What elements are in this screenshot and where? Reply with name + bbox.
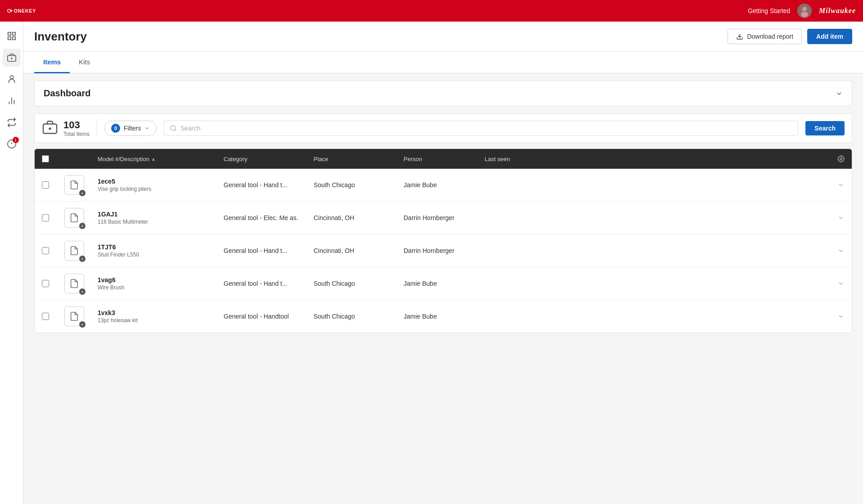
td-place-5: South Chicago: [308, 306, 398, 326]
filters-button[interactable]: 0 Filters: [104, 121, 157, 136]
tool-icon-plus-3: +: [79, 256, 85, 262]
sidebar-item-inventory[interactable]: [3, 49, 21, 67]
table-row: + 1TJT6 Stud Finder L550 General tool - …: [35, 234, 852, 267]
tool-icon-box-3: +: [64, 241, 84, 261]
row-select-5[interactable]: [42, 313, 49, 320]
sidebar-item-reports[interactable]: [3, 92, 21, 110]
tool-icon-box-4: +: [64, 274, 84, 293]
row-checkbox-2[interactable]: [35, 208, 56, 228]
tool-icon-plus: +: [79, 190, 85, 196]
row-checkbox-1[interactable]: [35, 175, 56, 195]
dashboard-title: Dashboard: [44, 88, 90, 99]
td-expand-5[interactable]: [830, 306, 852, 326]
dashboard-card[interactable]: Dashboard: [34, 81, 852, 106]
td-expand-3[interactable]: [830, 241, 852, 261]
svg-line-27: [175, 130, 176, 131]
tool-icon-box-5: +: [64, 306, 84, 326]
row-select-2[interactable]: [42, 214, 49, 221]
download-icon: [736, 33, 743, 40]
row-select-4[interactable]: [42, 280, 49, 287]
download-report-button[interactable]: Download report: [728, 29, 802, 44]
user-avatar[interactable]: [797, 4, 812, 18]
row-chevron-icon: [837, 181, 845, 189]
tools-icon: [7, 53, 17, 63]
filter-bar: 103 Total Items 0 Filters Search: [34, 113, 852, 143]
row-chevron-icon-4: [837, 280, 845, 287]
transfer-icon: [7, 117, 17, 127]
main-content: Inventory Download report Add item Items…: [23, 22, 863, 504]
sidebar-item-dashboard[interactable]: [3, 27, 21, 45]
svg-point-26: [171, 126, 175, 130]
svg-rect-11: [12, 37, 15, 40]
td-person-2: Darrin Hornberger: [398, 208, 479, 228]
search-button[interactable]: Search: [805, 121, 845, 135]
search-input[interactable]: [180, 125, 792, 132]
row-chevron-icon-2: [837, 214, 845, 221]
td-expand-2[interactable]: [830, 208, 852, 228]
table-row: + 1vag6 Wire Brush General tool - Hand t…: [35, 267, 852, 300]
onekey-logo: ONE KEY: [7, 5, 43, 16]
filter-count-badge: 0: [111, 124, 120, 133]
search-icon: [170, 125, 177, 132]
td-model-4: 1vag6 Wire Brush: [92, 270, 218, 297]
sidebar-item-people[interactable]: [3, 70, 21, 88]
top-nav-right: Getting Started Milwaukee: [748, 4, 856, 18]
svg-text:ONE: ONE: [14, 8, 25, 14]
dashboard-chevron-icon: [836, 90, 843, 97]
tool-icon-plus-2: +: [79, 223, 85, 229]
td-model-5: 1vxk3 13pc holesaw kit: [92, 303, 218, 330]
page-title: Inventory: [34, 30, 87, 44]
row-checkbox-3[interactable]: [35, 241, 56, 261]
td-place-2: Cincinnati, OH: [308, 208, 398, 228]
svg-rect-9: [12, 32, 15, 35]
sidebar: 1: [0, 22, 23, 504]
th-settings[interactable]: [830, 149, 852, 169]
row-select-1[interactable]: [42, 181, 49, 189]
td-person-4: Jamie Bube: [398, 274, 479, 293]
alert-badge: 1: [13, 137, 19, 143]
td-expand-4[interactable]: [830, 274, 852, 293]
top-navigation: ONE KEY Getting Started Milwaukee: [0, 0, 863, 22]
th-place: Place: [308, 149, 398, 169]
td-last-seen-2: [479, 212, 830, 224]
sidebar-item-transfers[interactable]: [3, 113, 21, 131]
total-count: 103: [63, 119, 90, 131]
svg-point-15: [10, 76, 13, 79]
row-checkbox-5[interactable]: [35, 306, 56, 326]
td-category-5: General tool - Handtool: [218, 306, 308, 326]
sidebar-item-alerts[interactable]: 1: [3, 135, 21, 153]
person-icon: [7, 74, 17, 84]
tool-icon-2: +: [56, 202, 92, 234]
add-item-button[interactable]: Add item: [807, 29, 852, 44]
tabs-bar: Items Kits: [23, 52, 863, 73]
table-row: + 1GAJ1 116 Basic Multimeter General too…: [35, 202, 852, 234]
th-person: Person: [398, 149, 479, 169]
tool-icon-plus-4: +: [79, 288, 85, 295]
tool-icon-box-2: +: [64, 208, 84, 228]
th-model[interactable]: Model #/Description ▲: [92, 149, 218, 169]
td-place-4: South Chicago: [308, 274, 398, 293]
td-model-1: 1ece5 Vise grip locking pliers: [92, 171, 218, 198]
total-items-section: 103 Total Items: [42, 119, 97, 137]
tool-doc-icon-2: [69, 213, 79, 223]
svg-point-28: [840, 158, 842, 160]
tool-icon-plus-5: +: [79, 321, 85, 328]
svg-point-0: [8, 9, 11, 13]
tab-kits[interactable]: Kits: [70, 52, 99, 73]
svg-rect-8: [8, 32, 10, 35]
row-chevron-icon-5: [837, 313, 845, 320]
select-all-checkbox[interactable]: [42, 155, 49, 162]
row-checkbox-4[interactable]: [35, 274, 56, 293]
svg-rect-10: [8, 37, 10, 40]
search-input-wrap: [164, 121, 798, 136]
getting-started-link[interactable]: Getting Started: [748, 7, 790, 14]
grid-icon: [7, 31, 17, 41]
td-person-5: Jamie Bube: [398, 306, 479, 326]
settings-icon: [837, 155, 845, 162]
td-last-seen-4: [479, 277, 830, 290]
row-chevron-icon-3: [837, 247, 845, 254]
tab-items[interactable]: Items: [34, 52, 70, 73]
row-select-3[interactable]: [42, 247, 49, 254]
td-expand-1[interactable]: [830, 175, 852, 195]
page-header: Inventory Download report Add item: [23, 22, 863, 52]
